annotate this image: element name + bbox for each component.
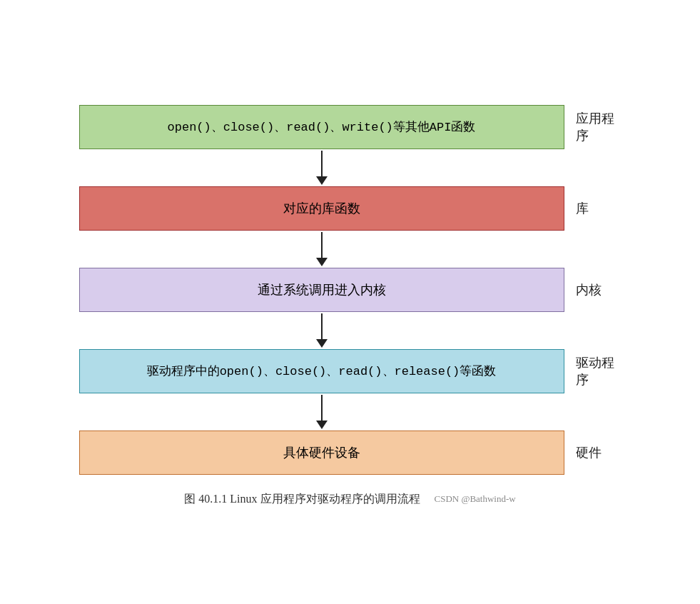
arrow-4-head — [316, 421, 328, 429]
arrow-4-line — [321, 395, 323, 421]
arrow-1-line — [321, 151, 323, 176]
arrow-2 — [79, 232, 564, 266]
arrow-3-container — [29, 312, 671, 349]
diagram-container: open()、close()、read()、write()等其他API函数 应用… — [29, 91, 671, 514]
hardware-box: 具体硬件设备 — [79, 431, 564, 475]
hardware-label: 硬件 — [564, 444, 622, 461]
driver-label: 驱动程序 — [564, 354, 622, 388]
lib-box: 对应的库函数 — [79, 186, 564, 231]
lib-row: 对应的库函数 库 — [29, 186, 671, 231]
driver-box: 驱动程序中的open()、close()、read()、release()等函数 — [79, 349, 564, 393]
arrow-2-head — [316, 258, 328, 266]
lib-box-text: 对应的库函数 — [283, 200, 360, 217]
caption: 图 40.1.1 Linux 应用程序对驱动程序的调用流程 CSDN @Bath… — [184, 492, 515, 507]
hardware-box-text: 具体硬件设备 — [283, 444, 360, 461]
arrow-3-head — [316, 339, 328, 348]
arrow-3-line — [321, 313, 323, 339]
arrow-2-container — [29, 231, 671, 268]
app-box: open()、close()、read()、write()等其他API函数 — [79, 105, 564, 149]
kernel-row: 通过系统调用进入内核 内核 — [29, 268, 671, 312]
app-box-text: open()、close()、read()、write()等其他API函数 — [168, 119, 476, 135]
app-row: open()、close()、read()、write()等其他API函数 应用… — [29, 105, 671, 149]
lib-label: 库 — [564, 200, 622, 217]
arrow-4-container — [29, 393, 671, 431]
kernel-box: 通过系统调用进入内核 — [79, 268, 564, 312]
caption-title: 图 40.1.1 Linux 应用程序对驱动程序的调用流程 — [184, 492, 420, 507]
arrow-3 — [79, 313, 564, 348]
driver-box-text: 驱动程序中的open()、close()、read()、release()等函数 — [147, 363, 497, 379]
hardware-row: 具体硬件设备 硬件 — [29, 431, 671, 475]
kernel-label: 内核 — [564, 281, 622, 298]
arrow-1-head — [316, 176, 328, 185]
arrow-1 — [79, 151, 564, 185]
kernel-box-text: 通过系统调用进入内核 — [258, 281, 386, 298]
app-label: 应用程序 — [564, 110, 622, 144]
driver-row: 驱动程序中的open()、close()、read()、release()等函数… — [29, 349, 671, 393]
arrow-1-container — [29, 149, 671, 186]
caption-csdn: CSDN @Bathwind-w — [435, 493, 516, 505]
arrow-2-line — [321, 232, 323, 258]
arrow-4 — [79, 395, 564, 429]
